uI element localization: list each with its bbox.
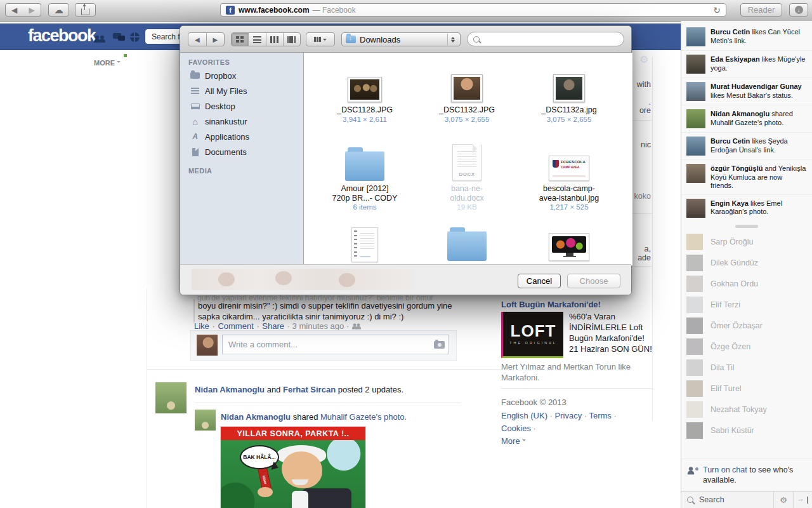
chat-contact[interactable]: Nezahat Tokyay [681, 399, 812, 420]
divider [632, 266, 652, 267]
actor-name[interactable]: özgür Töngüşlü [710, 164, 763, 172]
avatar[interactable] [197, 335, 218, 356]
footer-link[interactable]: Terms [589, 411, 616, 420]
divider [632, 120, 652, 121]
sidebar-item-dropbox[interactable]: Dropbox [180, 68, 304, 83]
like-link[interactable]: Like [194, 321, 209, 331]
address-bar[interactable]: f www.facebook.com — Facebook ↻ [220, 3, 726, 17]
open-sidebar-button[interactable] [793, 491, 812, 508]
chat-contact[interactable]: Özge Özen [681, 337, 812, 358]
ticker-story[interactable]: Nidan Akmanoglu shared Muhalif Gazete's … [681, 105, 812, 133]
chat-contact[interactable]: Ömer Özbaşar [681, 316, 812, 337]
choose-button[interactable]: Choose [567, 274, 620, 288]
file-item[interactable]: _DSC1132a.jpg 3,075 × 2,655 [518, 62, 620, 123]
ticker-resize-handle[interactable] [735, 225, 758, 228]
dialog-nav-buttons: ◀ ▶ [188, 32, 225, 46]
downloads-button[interactable]: ↓ [789, 3, 808, 17]
back-button[interactable]: ◀ [5, 3, 23, 17]
icloud-tabs-button[interactable]: ☁ [48, 3, 69, 17]
footer-link[interactable]: English (UK) [501, 411, 555, 420]
sidebar-item-desktop[interactable]: Desktop [180, 98, 304, 114]
footer-link[interactable]: Privacy [555, 411, 589, 420]
ticker-story[interactable]: Burcu Cetin likes Şeyda Erdoğan Ünsal's … [681, 133, 812, 160]
chat-settings-button[interactable]: ⚙ [773, 491, 793, 508]
footer-link[interactable]: Cookies [501, 424, 536, 433]
actor-name[interactable]: Engin Kaya [710, 199, 749, 207]
back-button[interactable]: ◀ [188, 33, 206, 46]
occluded-text-fragment: koko [631, 192, 651, 201]
sidebar-item-all-my-files[interactable]: All My Files [180, 83, 304, 98]
actor-name[interactable]: Nidan Akmanoglu [710, 110, 769, 117]
friend-requests-icon[interactable] [94, 32, 109, 43]
chat-contact[interactable]: Gokhan Ordu [681, 274, 812, 295]
ticker-story[interactable]: Eda Eskiyapan likes Müge'yle yoga. [681, 51, 812, 78]
sidebar-item-home[interactable]: ⌂sinankustur [180, 114, 304, 129]
post-action-bar: Like · Comment · Share · 3 minutes ago · [193, 321, 360, 331]
actor-name[interactable]: Murat Hudavendigar Gunay [710, 83, 802, 90]
avatar [686, 55, 705, 74]
share-link[interactable]: Share [262, 321, 284, 331]
column-view-button[interactable] [266, 33, 283, 46]
privacy-friends-icon [351, 323, 360, 330]
ticker-story[interactable]: Engin Kaya likes Emel Karaoğlan's photo. [681, 195, 812, 222]
ticker-story[interactable]: Murat Hudavendigar Gunay likes Mesut Bak… [681, 78, 812, 105]
comment-link[interactable]: Comment [218, 321, 253, 331]
forward-button[interactable]: ▶ [206, 33, 225, 46]
gear-icon[interactable]: ⚙ [639, 53, 648, 65]
icon-view-button[interactable] [232, 33, 248, 46]
chat-contact[interactable]: Dila Til [681, 358, 812, 378]
sidebar-item-documents[interactable]: Documents [180, 144, 304, 159]
notifications-icon[interactable] [130, 32, 145, 43]
turn-on-chat-link[interactable]: Turn on chat [703, 465, 747, 474]
facebook-logo[interactable]: facebook [28, 26, 96, 46]
dialog-search-input[interactable] [483, 34, 613, 44]
footer-more-link[interactable]: More [501, 436, 520, 446]
file-item[interactable]: _DSC1132.JPG 3,075 × 2,655 [416, 62, 518, 123]
reload-icon[interactable]: ↻ [713, 5, 721, 15]
ticker-story[interactable]: özgür Töngüşlü and Yenikışla Köyü Kumluc… [681, 160, 812, 195]
file-item[interactable]: Amour [2012]720p BR...- CODY 6 items [314, 137, 416, 211]
profile-link[interactable]: Nidan Akmanoglu [221, 412, 291, 422]
file-item[interactable] [314, 222, 416, 262]
avatar [686, 422, 703, 439]
messages-icon[interactable] [113, 32, 128, 43]
share-button[interactable] [75, 3, 96, 17]
chat-contact[interactable]: Sabri Küstür [681, 420, 812, 441]
ad-image[interactable]: LOFT THE ORIGINAL [501, 312, 563, 358]
column-divider [652, 57, 653, 420]
chat-contact[interactable]: Sarp Öroğlu [681, 232, 812, 253]
forward-button[interactable]: ▶ [23, 3, 41, 17]
file-item[interactable] [416, 222, 518, 261]
location-popup[interactable]: Downloads [341, 32, 461, 46]
actor-name[interactable]: Eda Eskiyapan [710, 55, 760, 63]
actor-name[interactable]: Burcu Cetin [710, 28, 750, 36]
chat-contact[interactable]: Dilek Gündüz [681, 253, 812, 274]
dialog-search-field[interactable] [467, 32, 624, 46]
coverflow-view-button[interactable] [283, 33, 300, 46]
write-comment-input[interactable] [222, 335, 449, 354]
ad-title-link[interactable]: Loft Bugün Markafoni'de! [501, 300, 601, 309]
photo-link[interactable]: Muhalif Gazete's photo. [320, 412, 407, 422]
avatar[interactable] [195, 410, 216, 431]
file-item[interactable]: _DSC1128.JPG 3,941 × 2,611 [314, 62, 416, 123]
list-view-button[interactable] [248, 33, 265, 46]
profile-link[interactable]: Nidan Akmanoglu [195, 385, 265, 394]
column-view-icon [270, 36, 278, 43]
shared-photo[interactable]: YILLAR SONRA, PARKTA !.. biber BAK HÂLÂ.… [220, 426, 366, 508]
reader-button[interactable]: Reader [740, 3, 782, 17]
actor-name[interactable]: Burcu Cetin [710, 137, 750, 145]
cancel-button[interactable]: Cancel [518, 274, 561, 288]
arrange-menu-button[interactable] [306, 33, 334, 46]
sidebar-item-applications[interactable]: AApplications [180, 129, 304, 144]
avatar[interactable] [155, 382, 187, 413]
chat-search-input[interactable] [698, 495, 761, 505]
dialog-sidebar: FAVORITES Dropbox All My Files Desktop ⌂… [180, 53, 304, 265]
ticker-story[interactable]: Burcu Cetin likes Can Yücel Metin's link… [681, 23, 812, 51]
file-item[interactable] [518, 222, 620, 261]
chat-contact[interactable]: Elif Turel [681, 378, 812, 399]
camera-icon[interactable] [434, 341, 445, 349]
sidebar-more-link[interactable]: MORE [94, 59, 121, 67]
profile-link[interactable]: Ferhat Sircan [283, 385, 336, 394]
chat-contact[interactable]: Elif Terzi [681, 295, 812, 316]
file-item[interactable]: FCBESCOLA CAMP AVEA bescola-camp-avea-is… [518, 137, 620, 211]
